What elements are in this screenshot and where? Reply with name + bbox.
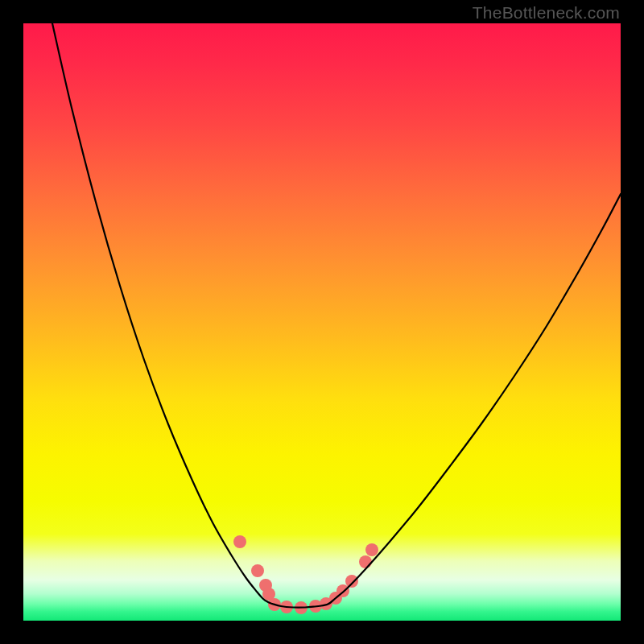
outer-frame: TheBottleneck.com	[0, 0, 644, 644]
watermark-text: TheBottleneck.com	[473, 3, 620, 23]
curve-layer	[23, 23, 621, 621]
marker-group	[233, 535, 378, 614]
highlight-dot	[365, 543, 378, 556]
plot-area	[23, 23, 621, 621]
highlight-dot	[345, 575, 358, 588]
left-curve	[52, 23, 272, 604]
highlight-dot	[251, 564, 264, 577]
highlight-dot	[233, 535, 246, 548]
right-curve	[327, 194, 621, 605]
highlight-dot	[359, 555, 372, 568]
